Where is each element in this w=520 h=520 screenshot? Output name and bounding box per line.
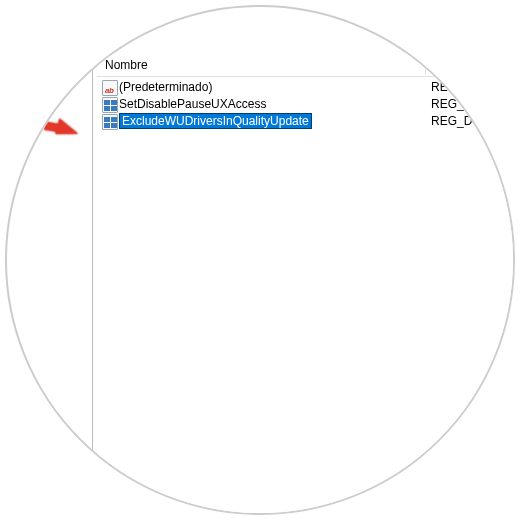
reg-dword-icon xyxy=(97,114,119,130)
value-type: REG_DWO xyxy=(425,113,513,130)
value-name: (Predeterminado) xyxy=(119,79,425,96)
value-type: REG_DW xyxy=(425,96,513,113)
column-header-name[interactable]: Nombre xyxy=(97,58,425,72)
registry-values-list: Nombre Tip (Predeterminado) REG_SZ SetDi… xyxy=(97,53,513,513)
table-row[interactable]: (Predeterminado) REG_SZ xyxy=(97,79,513,96)
list-header: Nombre Tip xyxy=(97,53,513,77)
value-name: SetDisablePauseUXAccess xyxy=(119,96,425,113)
reg-string-icon xyxy=(97,80,119,96)
table-row[interactable]: ExcludeWUDriversInQualityUpdate REG_DWO xyxy=(97,113,513,130)
rename-input[interactable]: ExcludeWUDriversInQualityUpdate xyxy=(119,113,312,129)
screenshot-clip: ▴ Nombre Tip (Predeterminado) REG_SZ Set… xyxy=(5,5,515,515)
value-type: REG_SZ xyxy=(425,79,513,96)
value-name-editing[interactable]: ExcludeWUDriversInQualityUpdate xyxy=(119,113,425,130)
reg-dword-icon xyxy=(97,97,119,113)
table-row[interactable]: SetDisablePauseUXAccess REG_DW xyxy=(97,96,513,113)
column-header-type[interactable]: Tip xyxy=(426,58,513,72)
arrow-annotation-icon xyxy=(55,118,80,139)
pane-splitter[interactable] xyxy=(92,53,93,493)
rows-container: (Predeterminado) REG_SZ SetDisablePauseU… xyxy=(97,77,513,130)
